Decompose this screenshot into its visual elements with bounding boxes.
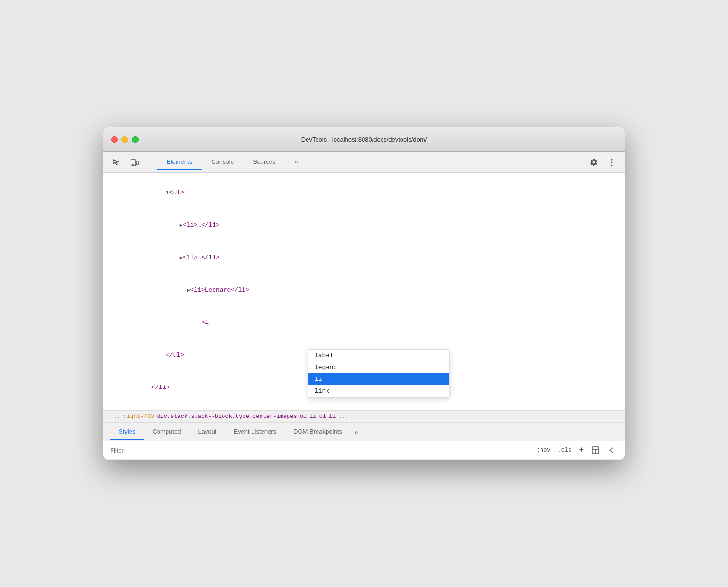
filter-input[interactable]: [110, 447, 531, 454]
window-title: DevTools - localhost:8080/docs/devtools/…: [301, 136, 427, 143]
bottom-tab-styles[interactable]: Styles: [110, 424, 144, 440]
svg-point-5: [611, 164, 613, 166]
breadcrumb-start-ellipsis: ...: [110, 413, 121, 420]
dom-line-ul: ▾<ul>: [103, 177, 625, 209]
breadcrumb-bar: ... right-400 div.stack.stack--block.typ…: [103, 410, 625, 423]
breadcrumb-end-ellipsis: ...: [338, 413, 349, 420]
autocomplete-link[interactable]: link: [308, 385, 449, 397]
bottom-tab-computed[interactable]: Computed: [144, 424, 189, 440]
more-options-icon[interactable]: [605, 155, 619, 170]
bottom-tabs: Styles Computed Layout Event Listeners D…: [103, 423, 625, 441]
autocomplete-popup[interactable]: label legend li link: [308, 349, 450, 398]
autocomplete-label[interactable]: label: [308, 350, 449, 361]
fullscreen-button[interactable]: [132, 136, 139, 143]
autocomplete-legend[interactable]: legend: [308, 361, 449, 373]
hov-button[interactable]: :hov: [535, 446, 552, 454]
titlebar: DevTools - localhost:8080/docs/devtools/…: [103, 127, 625, 152]
cls-button[interactable]: .cls: [556, 446, 574, 454]
bottom-panel: Styles Computed Layout Event Listeners D…: [103, 423, 625, 460]
breadcrumb-li2[interactable]: li: [329, 413, 336, 420]
bottom-tab-event-listeners[interactable]: Event Listeners: [225, 424, 285, 440]
inspect-icon[interactable]: [109, 155, 123, 170]
toolbar-icons: [109, 155, 141, 170]
dom-line-editing: <l: [103, 307, 625, 339]
toolbar: Elements Console Sources »: [103, 152, 625, 173]
device-icon[interactable]: [127, 155, 141, 170]
devtools-window: DevTools - localhost:8080/docs/devtools/…: [103, 127, 625, 460]
close-button[interactable]: [111, 136, 118, 143]
toolbar-right: [587, 155, 619, 170]
bottom-tab-more-icon[interactable]: »: [353, 426, 360, 438]
editing-area: ▶<li>Leonard</li> <l label legend li lin…: [103, 274, 625, 339]
tab-console[interactable]: Console: [202, 154, 243, 170]
traffic-lights: [111, 136, 139, 143]
breadcrumb-li1[interactable]: li: [309, 413, 316, 420]
settings-icon[interactable]: [587, 155, 601, 170]
tab-more[interactable]: »: [285, 154, 308, 170]
bottom-tab-layout[interactable]: Layout: [189, 424, 225, 440]
svg-rect-1: [136, 161, 138, 165]
arrow-icon[interactable]: [606, 444, 618, 456]
plus-button[interactable]: +: [577, 445, 586, 455]
svg-point-4: [611, 161, 613, 163]
breadcrumb-right400[interactable]: right-400: [123, 413, 154, 420]
tab-sources[interactable]: Sources: [243, 154, 285, 170]
tab-elements[interactable]: Elements: [157, 154, 202, 170]
minimize-button[interactable]: [121, 136, 128, 143]
svg-point-3: [611, 159, 613, 160]
filter-actions: :hov .cls +: [535, 444, 618, 456]
breadcrumb-div[interactable]: div.stack.stack--block.type.center-image…: [157, 413, 297, 420]
dom-line-li-leonard: ▶<li>Leonard</li>: [103, 274, 625, 306]
bottom-tab-dom-breakpoints[interactable]: DOM Breakpoints: [285, 424, 351, 440]
layout-icon[interactable]: [589, 444, 602, 456]
main-tabs: Elements Console Sources »: [157, 154, 583, 170]
dom-line-li1: ▶<li>…</li>: [103, 209, 625, 241]
filter-bar: :hov .cls +: [103, 441, 625, 460]
dom-line-li-dots: ▶<li>…: [103, 404, 625, 410]
toolbar-separator: [151, 157, 151, 168]
dom-line-li2: ▶<li>…</li>: [103, 242, 625, 274]
breadcrumb-ol[interactable]: ol: [300, 413, 307, 420]
breadcrumb-ul[interactable]: ul: [319, 413, 326, 420]
autocomplete-li[interactable]: li: [308, 373, 449, 385]
dom-tree: ▾<ul> ▶<li>…</li> ▶<li>…</li> ▶<li>Leona…: [103, 173, 625, 410]
